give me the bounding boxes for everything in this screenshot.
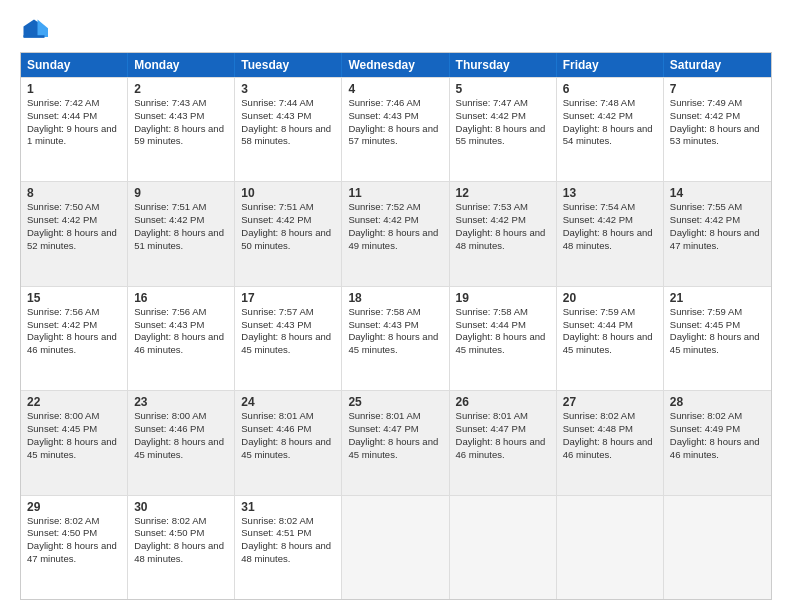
day-number: 7 (670, 82, 765, 96)
day-number: 14 (670, 186, 765, 200)
day-number: 30 (134, 500, 228, 514)
day-number: 19 (456, 291, 550, 305)
day-info: Sunrise: 7:44 AMSunset: 4:43 PMDaylight:… (241, 97, 331, 146)
day-info: Sunrise: 8:01 AMSunset: 4:47 PMDaylight:… (456, 410, 546, 459)
day-info: Sunrise: 7:50 AMSunset: 4:42 PMDaylight:… (27, 201, 117, 250)
day-cell-1: 1Sunrise: 7:42 AMSunset: 4:44 PMDaylight… (21, 78, 128, 181)
day-info: Sunrise: 7:51 AMSunset: 4:42 PMDaylight:… (241, 201, 331, 250)
header-day-monday: Monday (128, 53, 235, 77)
day-number: 25 (348, 395, 442, 409)
day-cell-22: 22Sunrise: 8:00 AMSunset: 4:45 PMDayligh… (21, 391, 128, 494)
calendar-body: 1Sunrise: 7:42 AMSunset: 4:44 PMDaylight… (21, 77, 771, 599)
calendar-row-5: 29Sunrise: 8:02 AMSunset: 4:50 PMDayligh… (21, 495, 771, 599)
day-number: 3 (241, 82, 335, 96)
day-cell-21: 21Sunrise: 7:59 AMSunset: 4:45 PMDayligh… (664, 287, 771, 390)
day-info: Sunrise: 7:43 AMSunset: 4:43 PMDaylight:… (134, 97, 224, 146)
day-cell-14: 14Sunrise: 7:55 AMSunset: 4:42 PMDayligh… (664, 182, 771, 285)
day-cell-7: 7Sunrise: 7:49 AMSunset: 4:42 PMDaylight… (664, 78, 771, 181)
day-cell-27: 27Sunrise: 8:02 AMSunset: 4:48 PMDayligh… (557, 391, 664, 494)
day-number: 6 (563, 82, 657, 96)
day-cell-16: 16Sunrise: 7:56 AMSunset: 4:43 PMDayligh… (128, 287, 235, 390)
day-number: 21 (670, 291, 765, 305)
calendar-header: SundayMondayTuesdayWednesdayThursdayFrid… (21, 53, 771, 77)
day-cell-20: 20Sunrise: 7:59 AMSunset: 4:44 PMDayligh… (557, 287, 664, 390)
day-cell-10: 10Sunrise: 7:51 AMSunset: 4:42 PMDayligh… (235, 182, 342, 285)
day-cell-4: 4Sunrise: 7:46 AMSunset: 4:43 PMDaylight… (342, 78, 449, 181)
day-cell-3: 3Sunrise: 7:44 AMSunset: 4:43 PMDaylight… (235, 78, 342, 181)
day-cell-9: 9Sunrise: 7:51 AMSunset: 4:42 PMDaylight… (128, 182, 235, 285)
day-info: Sunrise: 8:02 AMSunset: 4:51 PMDaylight:… (241, 515, 331, 564)
empty-cell (450, 496, 557, 599)
day-cell-12: 12Sunrise: 7:53 AMSunset: 4:42 PMDayligh… (450, 182, 557, 285)
header-day-saturday: Saturday (664, 53, 771, 77)
day-info: Sunrise: 7:52 AMSunset: 4:42 PMDaylight:… (348, 201, 438, 250)
day-cell-8: 8Sunrise: 7:50 AMSunset: 4:42 PMDaylight… (21, 182, 128, 285)
header-day-sunday: Sunday (21, 53, 128, 77)
day-number: 22 (27, 395, 121, 409)
logo-icon (20, 16, 48, 44)
calendar: SundayMondayTuesdayWednesdayThursdayFrid… (20, 52, 772, 600)
day-info: Sunrise: 7:57 AMSunset: 4:43 PMDaylight:… (241, 306, 331, 355)
day-number: 15 (27, 291, 121, 305)
svg-rect-2 (24, 35, 45, 38)
empty-cell (342, 496, 449, 599)
day-number: 16 (134, 291, 228, 305)
day-info: Sunrise: 7:58 AMSunset: 4:44 PMDaylight:… (456, 306, 546, 355)
day-info: Sunrise: 8:00 AMSunset: 4:46 PMDaylight:… (134, 410, 224, 459)
empty-cell (557, 496, 664, 599)
day-cell-26: 26Sunrise: 8:01 AMSunset: 4:47 PMDayligh… (450, 391, 557, 494)
header-day-tuesday: Tuesday (235, 53, 342, 77)
day-number: 31 (241, 500, 335, 514)
day-cell-29: 29Sunrise: 8:02 AMSunset: 4:50 PMDayligh… (21, 496, 128, 599)
day-info: Sunrise: 7:48 AMSunset: 4:42 PMDaylight:… (563, 97, 653, 146)
day-info: Sunrise: 7:55 AMSunset: 4:42 PMDaylight:… (670, 201, 760, 250)
day-number: 18 (348, 291, 442, 305)
header-day-wednesday: Wednesday (342, 53, 449, 77)
day-number: 28 (670, 395, 765, 409)
logo (20, 16, 52, 44)
day-cell-18: 18Sunrise: 7:58 AMSunset: 4:43 PMDayligh… (342, 287, 449, 390)
day-cell-15: 15Sunrise: 7:56 AMSunset: 4:42 PMDayligh… (21, 287, 128, 390)
day-cell-31: 31Sunrise: 8:02 AMSunset: 4:51 PMDayligh… (235, 496, 342, 599)
day-number: 9 (134, 186, 228, 200)
day-info: Sunrise: 7:42 AMSunset: 4:44 PMDaylight:… (27, 97, 117, 146)
day-info: Sunrise: 7:56 AMSunset: 4:42 PMDaylight:… (27, 306, 117, 355)
day-info: Sunrise: 7:59 AMSunset: 4:45 PMDaylight:… (670, 306, 760, 355)
day-number: 27 (563, 395, 657, 409)
day-number: 10 (241, 186, 335, 200)
day-info: Sunrise: 7:58 AMSunset: 4:43 PMDaylight:… (348, 306, 438, 355)
calendar-row-2: 8Sunrise: 7:50 AMSunset: 4:42 PMDaylight… (21, 181, 771, 285)
day-info: Sunrise: 8:02 AMSunset: 4:50 PMDaylight:… (27, 515, 117, 564)
day-number: 4 (348, 82, 442, 96)
day-info: Sunrise: 8:01 AMSunset: 4:47 PMDaylight:… (348, 410, 438, 459)
header-day-friday: Friday (557, 53, 664, 77)
day-info: Sunrise: 7:53 AMSunset: 4:42 PMDaylight:… (456, 201, 546, 250)
day-number: 29 (27, 500, 121, 514)
day-info: Sunrise: 7:46 AMSunset: 4:43 PMDaylight:… (348, 97, 438, 146)
day-number: 26 (456, 395, 550, 409)
calendar-row-4: 22Sunrise: 8:00 AMSunset: 4:45 PMDayligh… (21, 390, 771, 494)
empty-cell (664, 496, 771, 599)
day-info: Sunrise: 7:59 AMSunset: 4:44 PMDaylight:… (563, 306, 653, 355)
day-cell-11: 11Sunrise: 7:52 AMSunset: 4:42 PMDayligh… (342, 182, 449, 285)
day-number: 1 (27, 82, 121, 96)
day-info: Sunrise: 7:47 AMSunset: 4:42 PMDaylight:… (456, 97, 546, 146)
day-number: 13 (563, 186, 657, 200)
calendar-row-3: 15Sunrise: 7:56 AMSunset: 4:42 PMDayligh… (21, 286, 771, 390)
day-info: Sunrise: 8:02 AMSunset: 4:50 PMDaylight:… (134, 515, 224, 564)
day-cell-13: 13Sunrise: 7:54 AMSunset: 4:42 PMDayligh… (557, 182, 664, 285)
page-header (20, 16, 772, 44)
day-cell-24: 24Sunrise: 8:01 AMSunset: 4:46 PMDayligh… (235, 391, 342, 494)
day-number: 11 (348, 186, 442, 200)
day-info: Sunrise: 7:51 AMSunset: 4:42 PMDaylight:… (134, 201, 224, 250)
day-cell-23: 23Sunrise: 8:00 AMSunset: 4:46 PMDayligh… (128, 391, 235, 494)
day-number: 20 (563, 291, 657, 305)
day-number: 8 (27, 186, 121, 200)
day-cell-6: 6Sunrise: 7:48 AMSunset: 4:42 PMDaylight… (557, 78, 664, 181)
day-number: 23 (134, 395, 228, 409)
day-number: 17 (241, 291, 335, 305)
day-cell-28: 28Sunrise: 8:02 AMSunset: 4:49 PMDayligh… (664, 391, 771, 494)
day-cell-25: 25Sunrise: 8:01 AMSunset: 4:47 PMDayligh… (342, 391, 449, 494)
day-info: Sunrise: 8:02 AMSunset: 4:48 PMDaylight:… (563, 410, 653, 459)
day-cell-17: 17Sunrise: 7:57 AMSunset: 4:43 PMDayligh… (235, 287, 342, 390)
